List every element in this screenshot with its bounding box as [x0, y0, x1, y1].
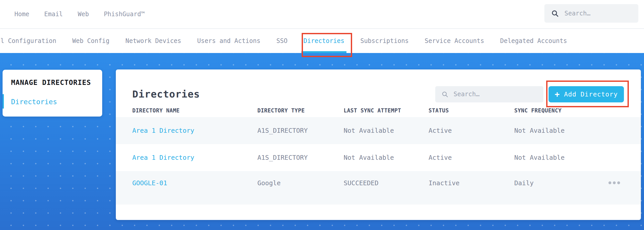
tab-sso[interactable]: SSO [276, 29, 288, 53]
top-nav: Home Email Web PhishGuard™ [0, 11, 145, 18]
header-controls: Search… + Add Directory [435, 86, 624, 102]
add-directory-button-label: Add Directory [564, 91, 618, 98]
add-directory-button[interactable]: + Add Directory [549, 86, 624, 102]
directories-search-input[interactable]: Search… [435, 86, 543, 102]
directories-card: Directories Search… + Add Directory [116, 69, 641, 220]
status-cell: Active [429, 127, 514, 134]
top-bar: Home Email Web PhishGuard™ Search… [0, 0, 644, 28]
table-header-row: DIRECTORY NAME DIRECTORY TYPE LAST SYNC … [116, 104, 641, 117]
workspace-background: MANAGE DIRECTORIES Directories Directori… [0, 53, 644, 230]
tab-service-accounts[interactable]: Service Accounts [425, 29, 484, 53]
status-cell: Active [429, 154, 514, 161]
table-row: Area 1 Directory A1S_DIRECTORY Not Avail… [116, 117, 641, 144]
directory-name-link[interactable]: GOOGLE-01 [132, 179, 257, 187]
row-menu-ellipsis-icon[interactable] [607, 179, 621, 186]
topnav-item-email[interactable]: Email [44, 11, 63, 18]
sidebar-item-label: Directories [11, 98, 57, 106]
column-header-directory-name: DIRECTORY NAME [132, 108, 257, 114]
manage-directories-card: MANAGE DIRECTORIES Directories [3, 70, 102, 117]
topnav-item-home[interactable]: Home [14, 11, 29, 18]
directory-name-link[interactable]: Area 1 Directory [132, 154, 257, 161]
active-item-accent-bar [3, 94, 4, 109]
table-row: GOOGLE-01 Google SUCCEEDED Inactive Dail… [116, 171, 641, 205]
tab-directories[interactable]: Directories [303, 29, 344, 53]
tab-delegated-accounts[interactable]: Delegated Accounts [500, 29, 567, 53]
search-icon [441, 91, 448, 98]
tab-users-and-actions[interactable]: Users and Actions [197, 29, 260, 53]
manage-directories-heading: MANAGE DIRECTORIES [3, 70, 102, 86]
column-header-directory-type: DIRECTORY TYPE [257, 108, 344, 114]
tab-network-devices[interactable]: Network Devices [125, 29, 181, 53]
column-header-last-sync-attempt: LAST SYNC ATTEMPT [344, 108, 429, 114]
last-sync-cell: Not Available [344, 127, 429, 134]
column-header-sync-frequency: SYNC FREQUENCY [514, 108, 607, 114]
tab-web-config[interactable]: Web Config [72, 29, 110, 53]
topnav-item-web[interactable]: Web [78, 11, 89, 18]
directory-type-cell: A1S_DIRECTORY [257, 127, 344, 134]
global-search-input[interactable]: Search… [544, 4, 638, 23]
search-icon [551, 10, 559, 17]
directories-table: DIRECTORY NAME DIRECTORY TYPE LAST SYNC … [116, 104, 641, 205]
sidebar-item-directories[interactable]: Directories [3, 98, 102, 106]
table-row: Area 1 Directory A1S_DIRECTORY Not Avail… [116, 144, 641, 171]
row-actions [607, 179, 633, 186]
page-title: Directories [132, 89, 200, 100]
card-header: Directories Search… + Add Directory [116, 69, 641, 103]
topnav-item-phishguard[interactable]: PhishGuard™ [104, 11, 145, 18]
sync-frequency-cell: Daily [514, 179, 607, 187]
settings-tab-bar: l Configuration Web Config Network Devic… [0, 28, 644, 53]
directories-search-placeholder: Search… [454, 91, 480, 98]
directory-name-link[interactable]: Area 1 Directory [132, 127, 257, 134]
status-cell: Inactive [429, 179, 514, 187]
directory-type-cell: Google [257, 179, 344, 187]
last-sync-cell: Not Available [344, 154, 429, 161]
column-header-status: STATUS [429, 108, 514, 114]
tab-configuration[interactable]: l Configuration [1, 29, 56, 53]
tab-subscriptions[interactable]: Subscriptions [360, 29, 409, 53]
global-search-placeholder: Search… [564, 10, 590, 17]
page: Home Email Web PhishGuard™ Search… l Con… [0, 0, 644, 230]
last-sync-cell: SUCCEEDED [344, 179, 429, 187]
sync-frequency-cell: Not Available [514, 127, 607, 134]
plus-icon: + [555, 90, 560, 98]
directory-type-cell: A1S_DIRECTORY [257, 154, 344, 161]
sync-frequency-cell: Not Available [514, 154, 607, 161]
